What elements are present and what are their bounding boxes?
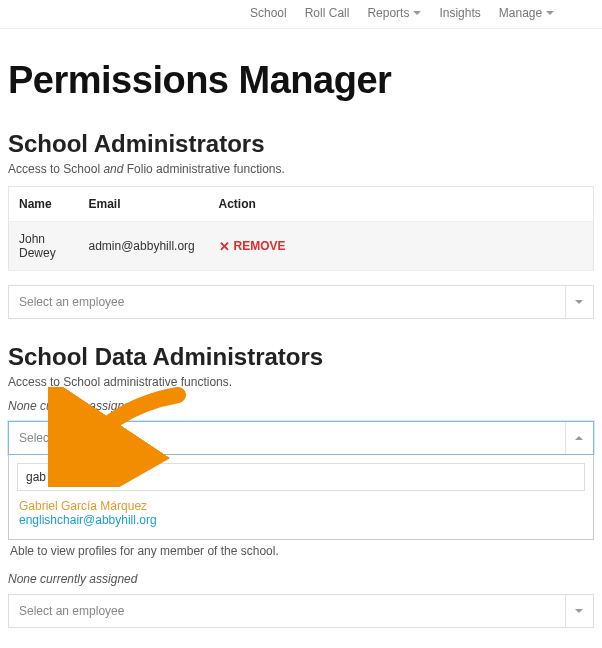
nav-insights[interactable]: Insights <box>439 6 480 20</box>
nav-manage[interactable]: Manage <box>499 6 554 20</box>
section3-employee-select[interactable]: Select an employee <box>8 594 594 628</box>
employee-search-input[interactable] <box>17 463 585 491</box>
chevron-down-icon <box>413 11 421 15</box>
page-title: Permissions Manager <box>8 59 594 102</box>
search-result[interactable]: Gabriel García Márquez englishchair@abby… <box>17 491 585 531</box>
select-arrow <box>565 286 583 318</box>
top-nav: School Roll Call Reports Insights Manage <box>0 0 602 29</box>
select-arrow <box>565 422 583 454</box>
chevron-down-icon <box>546 11 554 15</box>
nav-manage-label: Manage <box>499 6 542 20</box>
desc-post: Folio administrative functions. <box>123 162 284 176</box>
result-name: Gabriel García Márquez <box>19 499 583 513</box>
chevron-down-icon <box>575 300 583 304</box>
select-placeholder: Select an employee <box>19 295 124 309</box>
page-content: Permissions Manager School Administrator… <box>0 29 602 648</box>
select-arrow <box>565 595 583 627</box>
chevron-down-icon <box>575 609 583 613</box>
profiles-note: Able to view profiles for any member of … <box>8 540 594 566</box>
data-admins-desc: Access to School administrative function… <box>8 375 594 389</box>
table-row: John Dewey admin@abbyhill.org ✕ REMOVE <box>9 222 594 271</box>
chevron-up-icon <box>575 436 583 440</box>
remove-label: REMOVE <box>234 239 286 253</box>
dropdown-panel: Gabriel García Márquez englishchair@abby… <box>8 455 594 540</box>
school-admins-heading: School Administrators <box>8 130 594 158</box>
desc-em: and <box>103 162 123 176</box>
select-placeholder: Select an employee <box>19 604 124 618</box>
col-action: Action <box>209 187 594 222</box>
result-email: englishchair@abbyhill.org <box>19 513 583 527</box>
select-placeholder: Select an employee <box>19 431 124 445</box>
data-admins-employee-select[interactable]: Select an employee <box>8 421 594 455</box>
nav-rollcall[interactable]: Roll Call <box>305 6 350 20</box>
school-admins-desc: Access to School and Folio administrativ… <box>8 162 594 176</box>
col-email: Email <box>79 187 209 222</box>
data-admins-heading: School Data Administrators <box>8 343 594 371</box>
admins-table: Name Email Action John Dewey admin@abbyh… <box>8 186 594 271</box>
remove-button[interactable]: ✕ REMOVE <box>219 239 286 254</box>
admins-employee-select[interactable]: Select an employee <box>8 285 594 319</box>
data-admins-assigned: None currently assigned <box>8 399 594 413</box>
nav-school[interactable]: School <box>250 6 287 20</box>
col-name: Name <box>9 187 79 222</box>
section3-assigned: None currently assigned <box>8 572 594 586</box>
cell-email: admin@abbyhill.org <box>79 222 209 271</box>
desc-pre: Access to School <box>8 162 103 176</box>
nav-reports[interactable]: Reports <box>367 6 421 20</box>
x-icon: ✕ <box>219 239 230 254</box>
nav-reports-label: Reports <box>367 6 409 20</box>
cell-name: John Dewey <box>9 222 79 271</box>
